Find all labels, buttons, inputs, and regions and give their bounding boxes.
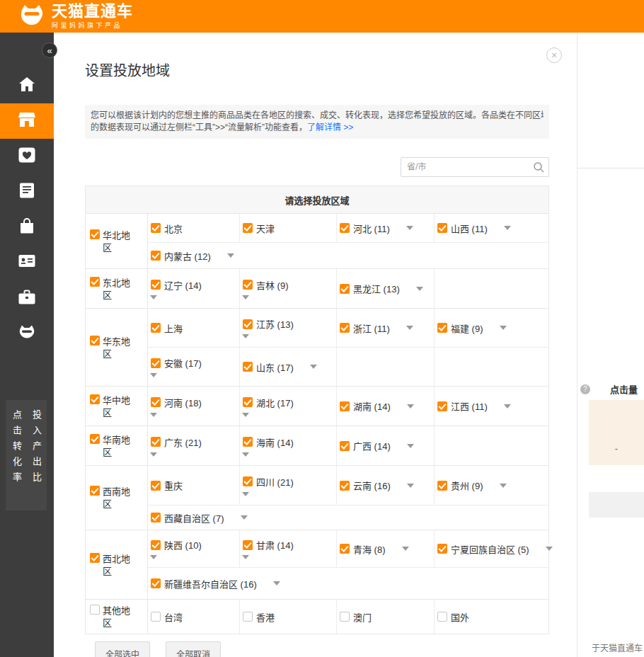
checkbox[interactable]: [243, 540, 253, 550]
close-icon[interactable]: ✕: [546, 47, 562, 63]
dropdown-caret-icon[interactable]: [150, 295, 157, 299]
province-label[interactable]: 西藏自治区 (7): [164, 511, 224, 525]
province-label[interactable]: 内蒙古 (12): [164, 249, 211, 263]
dropdown-caret-icon[interactable]: [407, 404, 414, 409]
checkbox[interactable]: [90, 486, 100, 496]
metric-label[interactable]: 点击转化率: [8, 410, 24, 510]
checkbox[interactable]: [243, 612, 253, 622]
checkbox[interactable]: [151, 280, 161, 290]
dropdown-caret-icon[interactable]: [242, 452, 249, 457]
province-label[interactable]: 甘肃 (14): [256, 538, 294, 552]
province-label[interactable]: 安徽 (17): [164, 356, 202, 370]
checkbox[interactable]: [437, 612, 447, 622]
province-label[interactable]: 澳门: [353, 610, 372, 624]
province-label[interactable]: 国外: [451, 610, 469, 624]
province-label[interactable]: 宁夏回族自治区 (5): [451, 542, 529, 556]
checkbox[interactable]: [437, 544, 447, 554]
checkbox[interactable]: [340, 401, 350, 411]
dropdown-caret-icon[interactable]: [407, 444, 414, 448]
dropdown-caret-icon[interactable]: [546, 547, 553, 551]
province-label[interactable]: 广西 (14): [353, 439, 391, 452]
checkbox[interactable]: [151, 481, 161, 491]
checkbox[interactable]: [151, 251, 161, 261]
checkbox[interactable]: [151, 612, 161, 622]
region-label[interactable]: 华南地区: [103, 434, 132, 458]
checkbox[interactable]: [437, 401, 447, 411]
region-label[interactable]: 东北地区: [103, 277, 132, 301]
province-label[interactable]: 湖北 (17): [256, 396, 294, 409]
sidebar-item-favorite[interactable]: [0, 139, 54, 174]
province-label[interactable]: 北京: [164, 222, 183, 235]
checkbox[interactable]: [243, 223, 253, 233]
province-label[interactable]: 陕西 (10): [164, 538, 202, 552]
sidebar-item-report[interactable]: [0, 174, 54, 210]
dropdown-caret-icon[interactable]: [241, 515, 248, 520]
province-label[interactable]: 上海: [164, 321, 183, 335]
province-label[interactable]: 重庆: [164, 479, 183, 492]
checkbox[interactable]: [243, 476, 253, 486]
province-label[interactable]: 山东 (17): [256, 360, 294, 374]
checkbox[interactable]: [340, 544, 350, 554]
dropdown-caret-icon[interactable]: [242, 555, 249, 559]
province-label[interactable]: 河北 (11): [353, 222, 390, 235]
checkbox[interactable]: [243, 437, 253, 447]
learn-more-link[interactable]: 了解详情 >>: [307, 122, 353, 132]
checkbox[interactable]: [151, 540, 161, 550]
checkbox[interactable]: [340, 481, 350, 491]
checkbox[interactable]: [151, 513, 161, 522]
province-label[interactable]: 天津: [256, 222, 275, 235]
dropdown-caret-icon[interactable]: [406, 326, 413, 330]
sidebar-item-tmall-cat[interactable]: [0, 316, 54, 351]
province-label[interactable]: 云南 (16): [353, 479, 391, 492]
sidebar-item-idcard[interactable]: [0, 245, 54, 280]
province-label[interactable]: 浙江 (11): [353, 321, 390, 335]
checkbox[interactable]: [437, 481, 447, 491]
dropdown-caret-icon[interactable]: [504, 404, 511, 409]
province-label[interactable]: 吉林 (9): [256, 278, 289, 292]
dropdown-caret-icon[interactable]: [504, 226, 511, 230]
province-label[interactable]: 黑龙江 (13): [353, 282, 400, 295]
checkbox[interactable]: [243, 280, 253, 290]
dropdown-caret-icon[interactable]: [150, 555, 157, 559]
province-label[interactable]: 四川 (21): [256, 475, 294, 489]
dropdown-caret-icon[interactable]: [150, 413, 157, 417]
province-label[interactable]: 青海 (8): [353, 542, 386, 556]
province-label[interactable]: 福建 (9): [451, 321, 483, 335]
checkbox[interactable]: [243, 397, 253, 407]
sidebar-item-home[interactable]: [0, 68, 54, 103]
dropdown-caret-icon[interactable]: [242, 492, 249, 496]
province-label[interactable]: 新疆维吾尔自治区 (16): [164, 577, 257, 590]
checkbox[interactable]: [151, 397, 161, 407]
collapse-button[interactable]: «: [42, 42, 57, 58]
select-all-button[interactable]: 全部选中: [95, 641, 150, 657]
checkbox[interactable]: [151, 578, 161, 588]
checkbox[interactable]: [151, 323, 161, 333]
dropdown-caret-icon[interactable]: [242, 295, 249, 299]
sidebar-item-store[interactable]: [0, 210, 54, 245]
checkbox[interactable]: [90, 394, 100, 404]
dropdown-caret-icon[interactable]: [407, 484, 414, 488]
province-label[interactable]: 海南 (14): [256, 435, 294, 449]
metric-label[interactable]: 投入产出比: [28, 410, 44, 510]
region-search-input[interactable]: [401, 157, 549, 177]
deselect-all-button[interactable]: 全部取消: [166, 641, 221, 657]
dropdown-caret-icon[interactable]: [402, 547, 409, 551]
checkbox[interactable]: [90, 434, 100, 444]
region-label[interactable]: 西南地区: [103, 486, 132, 510]
dropdown-caret-icon[interactable]: [500, 484, 507, 488]
checkbox[interactable]: [90, 229, 100, 239]
dropdown-caret-icon[interactable]: [227, 253, 234, 258]
dropdown-caret-icon[interactable]: [500, 326, 507, 330]
checkbox[interactable]: [340, 284, 350, 294]
checkbox[interactable]: [90, 277, 100, 287]
dropdown-caret-icon[interactable]: [416, 287, 423, 291]
province-label[interactable]: 辽宁 (14): [164, 278, 202, 292]
region-label[interactable]: 华东地区: [103, 336, 132, 360]
sidebar-item-briefcase[interactable]: [0, 280, 54, 316]
checkbox[interactable]: [340, 441, 350, 451]
province-label[interactable]: 河南 (18): [164, 396, 202, 409]
dropdown-caret-icon[interactable]: [150, 452, 157, 457]
checkbox[interactable]: [243, 362, 253, 372]
province-label[interactable]: 江苏 (13): [256, 317, 294, 331]
dropdown-caret-icon[interactable]: [242, 413, 249, 417]
